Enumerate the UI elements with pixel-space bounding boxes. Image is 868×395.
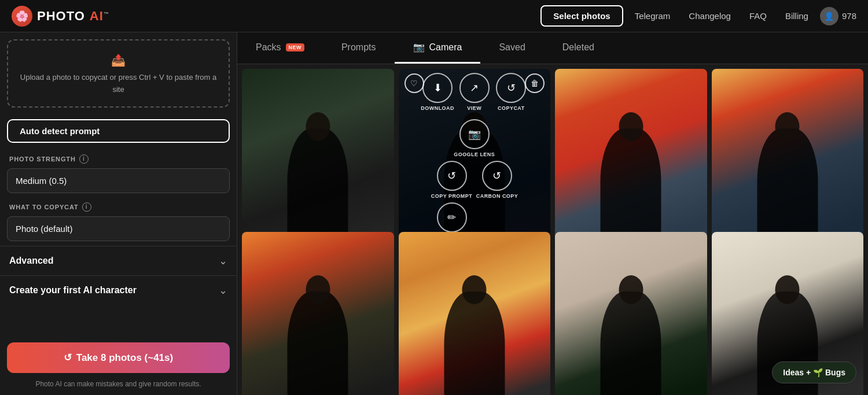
carbon-copy-action[interactable]: ↺ CARBON COPY — [476, 161, 518, 199]
create-character-title: Create your first AI character — [9, 285, 137, 296]
take-photos-icon: ↺ — [64, 352, 72, 364]
copy-prompt-label: COPY PROMPT — [431, 193, 472, 199]
advanced-chevron-icon: ⌄ — [219, 254, 227, 267]
tabs-bar: Packs NEW Prompts 📷 Camera Saved Deleted — [237, 32, 868, 64]
photo-strength-label: PHOTO STRENGTH i — [0, 150, 237, 166]
header: 🌸 PHOTO AI™ Select photos Telegram Chang… — [0, 0, 868, 32]
tab-camera[interactable]: 📷 Camera — [395, 32, 481, 64]
photo-card-6[interactable]: 🇺🇸 AI Chris : 10m ago — [399, 232, 551, 395]
ideas-bugs-button[interactable]: Ideas + 🌱 Bugs — [772, 361, 856, 383]
person-figure-5 — [288, 291, 348, 396]
delete-button[interactable]: 🗑 — [525, 73, 545, 93]
carbon-copy-button[interactable]: ↺ — [482, 161, 512, 191]
overlay-top-actions: ♡ 🗑 — [399, 73, 551, 93]
tab-camera-label: Camera — [429, 42, 462, 53]
select-photos-button[interactable]: Select photos — [540, 5, 623, 27]
changelog-link[interactable]: Changelog — [682, 8, 738, 24]
upload-icon: 📤 — [19, 51, 218, 69]
logo-icon: 🌸 — [12, 6, 32, 27]
google-lens-button[interactable]: 📷 — [459, 119, 490, 149]
edit-button[interactable]: ✏ — [437, 202, 467, 232]
upload-area[interactable]: 📤 Upload a photo to copycat or press Ctr… — [7, 39, 230, 108]
logo-ai: AI™ — [90, 9, 109, 24]
upload-text: Upload a photo to copycat or press Ctrl … — [19, 72, 218, 96]
what-to-copycat-label: WHAT TO COPYCAT i — [0, 198, 237, 214]
header-nav: Select photos Telegram Changelog FAQ Bil… — [540, 5, 856, 27]
copycat-info-icon[interactable]: i — [82, 202, 91, 212]
tab-packs-badge: NEW — [286, 43, 304, 51]
photo-strength-dropdown[interactable]: Medium (0.5) — [7, 168, 230, 193]
tab-deleted[interactable]: Deleted — [544, 32, 613, 64]
what-to-copycat-dropdown[interactable]: Photo (default) — [7, 216, 230, 241]
heart-button[interactable]: ♡ — [404, 73, 424, 93]
advanced-title: Advanced — [9, 256, 53, 266]
main: 📤 Upload a photo to copycat or press Ctr… — [0, 32, 868, 395]
carbon-copy-label: CARBON COPY — [476, 193, 518, 199]
take-photos-button[interactable]: ↺ Take 8 photos (~41s) — [7, 342, 230, 373]
billing-link[interactable]: Billing — [778, 8, 815, 24]
tab-saved-label: Saved — [499, 42, 525, 53]
logo: 🌸 PHOTO AI™ — [12, 6, 109, 27]
photo-card-5[interactable]: 🇺🇸 AI Chris : 10m ago — [242, 232, 394, 395]
logo-photo: PHOTO — [37, 9, 85, 24]
auto-detect-button[interactable]: Auto detect prompt — [7, 119, 230, 143]
overlay-actions-row2: ↺ COPY PROMPT ↺ CARBON COPY ✏ EDIT — [413, 161, 535, 241]
sidebar: 📤 Upload a photo to copycat or press Ctr… — [0, 32, 237, 395]
user-avatar-area[interactable]: 👤 978 — [820, 7, 856, 25]
view-label: VIEW — [467, 105, 481, 111]
download-label: DOWNLOAD — [421, 105, 454, 111]
tab-packs[interactable]: Packs NEW — [237, 32, 323, 64]
tab-prompts[interactable]: Prompts — [323, 32, 395, 64]
avatar: 👤 — [820, 7, 838, 25]
tab-deleted-label: Deleted — [562, 42, 594, 53]
user-count: 978 — [842, 11, 856, 21]
faq-link[interactable]: FAQ — [742, 8, 774, 24]
copy-prompt-action[interactable]: ↺ COPY PROMPT — [431, 161, 472, 199]
advanced-accordion[interactable]: Advanced ⌄ — [0, 246, 237, 275]
copycat-label: COPYCAT — [498, 105, 525, 111]
camera-tab-icon: 📷 — [413, 42, 425, 53]
copy-prompt-button[interactable]: ↺ — [437, 161, 467, 191]
photo-strength-info-icon[interactable]: i — [79, 154, 89, 164]
tab-prompts-label: Prompts — [341, 42, 376, 53]
content: Packs NEW Prompts 📷 Camera Saved Deleted — [237, 32, 868, 395]
google-lens-action[interactable]: 📷 GOOGLE LENS — [454, 119, 495, 157]
google-lens-label: GOOGLE LENS — [454, 152, 495, 157]
person-figure-7 — [601, 291, 661, 396]
create-character-accordion[interactable]: Create your first AI character ⌄ — [0, 275, 237, 305]
tab-saved[interactable]: Saved — [480, 32, 543, 64]
tab-packs-label: Packs — [256, 42, 281, 53]
create-character-chevron-icon: ⌄ — [219, 284, 227, 297]
disclaimer-text: Photo AI can make mistakes and give rand… — [0, 380, 237, 395]
photo-grid: 🇺🇸 AI Chris : 10m ago, took 0.9m ♡ 🗑 ⬇ D — [237, 64, 868, 395]
telegram-link[interactable]: Telegram — [628, 8, 678, 24]
photo-card-7[interactable]: 🇺🇸 AI Chris : 10m ago — [555, 232, 707, 395]
person-figure-6 — [444, 291, 505, 396]
take-photos-label: Take 8 photos (~41s) — [76, 352, 173, 364]
